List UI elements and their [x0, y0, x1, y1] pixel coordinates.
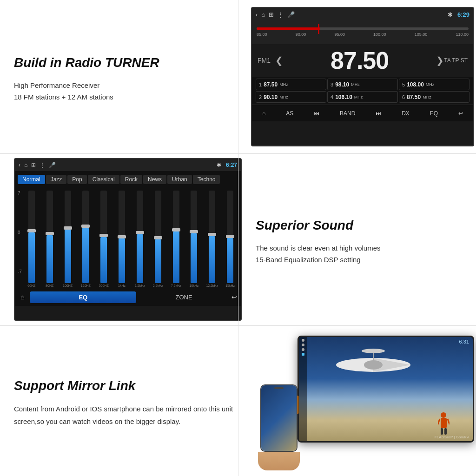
mirror-title: Support Mirror Link: [14, 378, 237, 393]
eq-mode-urban[interactable]: Urban: [167, 175, 192, 184]
svg-rect-8: [444, 428, 447, 435]
radio-feature-2: 18 FM stations + 12 AM stations: [14, 93, 113, 101]
svg-line-10: [448, 419, 450, 424]
eq-bluetooth-icon: ✱: [217, 162, 221, 168]
preset-5[interactable]: 5 108.00 MHz: [399, 79, 469, 90]
preset-1-unit: MHz: [279, 82, 288, 87]
eq-band-120hz[interactable]: 120HZ: [78, 191, 93, 287]
radio-bottom-bar: ⌂ AS ⏮ BAND ⏭ DX EQ ↩: [252, 105, 473, 121]
radio-next-track-btn[interactable]: ⏭: [372, 108, 385, 119]
preset-2[interactable]: 2 90.10 MHz: [256, 91, 326, 103]
eq-back-nav-icon[interactable]: ‹: [19, 162, 20, 168]
eq-band-15khz[interactable]: 15kHz: [222, 191, 238, 287]
radio-home-btn[interactable]: ⌂: [258, 108, 269, 119]
radio-nav-icons: ‹ ⌂ ⊞ ⋮ 🎤: [256, 11, 443, 18]
eq-back-button[interactable]: ↩: [231, 293, 237, 301]
sidebar-dot-1: [302, 339, 304, 342]
home-icon[interactable]: ⌂: [261, 11, 265, 18]
radio-band-btn[interactable]: BAND: [336, 108, 359, 119]
eq-modes: Normal Jazz Pop Classical Rock News Urba…: [15, 171, 241, 188]
svg-point-5: [441, 412, 446, 418]
hand-shape: [258, 452, 300, 470]
sound-features: The sound is clear even at high volumes …: [256, 242, 474, 266]
radio-back-btn[interactable]: ↩: [455, 108, 467, 119]
radio-eq-btn[interactable]: EQ: [426, 108, 442, 119]
eq-eq-button[interactable]: EQ: [30, 291, 136, 303]
preset-5-freq: 108.00: [407, 81, 424, 88]
eq-band-1-5khz-label: 1.5kHz: [135, 284, 145, 287]
eq-apps-nav-icon[interactable]: ⊞: [31, 162, 36, 168]
radio-as-btn[interactable]: AS: [282, 108, 297, 119]
page-wrapper: Build in Radio TURNER High Performance R…: [0, 0, 476, 476]
back-icon[interactable]: ‹: [256, 11, 258, 18]
eq-band-12-5khz[interactable]: 12.5kHz: [204, 191, 220, 287]
sidebar-dot-2: [302, 344, 304, 346]
preset-6[interactable]: 6 87.50 MHz: [399, 91, 469, 103]
eq-mode-rock[interactable]: Rock: [120, 175, 142, 184]
preset-4[interactable]: 4 106.10 MHz: [327, 91, 398, 103]
eq-band-100hz-label: 100HZ: [63, 284, 73, 287]
eq-band-10khz-label: 10kHz: [190, 284, 199, 287]
sound-feature-2: 15-Band Equalization DSP setting: [256, 256, 361, 264]
tuner-mark-2: 90.00: [296, 32, 306, 37]
eq-mic-nav-icon[interactable]: 🎤: [49, 162, 56, 168]
eq-zone-button[interactable]: ZONE: [140, 294, 228, 301]
eq-mode-techno[interactable]: Techno: [193, 175, 220, 184]
preset-3[interactable]: 3 98.10 MHz: [327, 79, 398, 90]
eq-mode-jazz[interactable]: Jazz: [46, 175, 67, 184]
mic-icon[interactable]: 🎤: [287, 11, 295, 18]
radio-prev-button[interactable]: ❮: [275, 55, 283, 66]
eq-band-500hz-label: 500HZ: [99, 284, 109, 287]
eq-mode-pop[interactable]: Pop: [67, 175, 86, 184]
eq-mode-normal[interactable]: Normal: [18, 175, 45, 184]
preset-2-num: 2: [259, 94, 262, 100]
vertical-divider-1: [238, 0, 238, 476]
eq-band-80hz[interactable]: 80HZ: [42, 191, 58, 287]
eq-level-neg7: -7: [18, 269, 22, 274]
eq-screen-section: ‹ ⌂ ⊞ ⋮ 🎤 ✱ 6:27 Normal Jazz Pop Classic…: [0, 153, 246, 325]
eq-level-7: 7: [18, 191, 22, 196]
tuner-mark-3: 95.00: [334, 32, 345, 37]
radio-prev-track-btn[interactable]: ⏮: [310, 108, 323, 119]
radio-fm-label: FM1: [258, 57, 271, 64]
radio-next-button[interactable]: ❯: [436, 55, 444, 66]
preset-1-freq: 87.50: [264, 81, 278, 88]
sound-feature-1: The sound is clear even at high volumes: [256, 244, 380, 252]
radio-dx-btn[interactable]: DX: [398, 108, 413, 119]
preset-3-num: 3: [331, 82, 333, 87]
preset-4-unit: MHz: [354, 95, 363, 99]
mirror-container: 6:31: [251, 331, 474, 470]
radio-title: Build in Radio TURNER: [14, 55, 237, 70]
eq-band-1-5khz[interactable]: 1.5kHz: [132, 191, 148, 287]
eq-band-7-5khz[interactable]: 7.5kHz: [168, 191, 184, 287]
tuner-mark-4: 100.00: [373, 32, 386, 37]
eq-more-nav-icon[interactable]: ⋮: [40, 162, 45, 168]
eq-time: 6:27: [226, 162, 237, 168]
sidebar-dot-3: [302, 348, 304, 351]
eq-mode-news[interactable]: News: [143, 175, 166, 184]
eq-screen: ‹ ⌂ ⊞ ⋮ 🎤 ✱ 6:27 Normal Jazz Pop Classic…: [14, 158, 242, 321]
preset-1[interactable]: 1 87.50 MHz: [256, 79, 326, 90]
svg-rect-7: [441, 428, 443, 435]
tuner-mark-1: 85.00: [257, 32, 267, 37]
apps-icon[interactable]: ⊞: [269, 11, 274, 18]
phone-body: [260, 384, 298, 452]
eq-home-nav-icon[interactable]: ⌂: [24, 162, 27, 168]
phone-container: [251, 384, 307, 470]
eq-band-100hz[interactable]: 100HZ: [60, 191, 76, 287]
preset-5-num: 5: [402, 82, 405, 87]
radio-screen-section: ‹ ⌂ ⊞ ⋮ 🎤 ✱ 6:29: [246, 0, 476, 153]
eq-band-60hz[interactable]: 60HZ: [24, 191, 40, 287]
preset-2-freq: 90.10: [264, 94, 278, 100]
mirror-description: Content from Android or IOS smartphone c…: [14, 403, 237, 428]
person-figure: [438, 411, 450, 436]
radio-tuner-bar[interactable]: 85.00 90.00 95.00 100.00 105.00 110.00: [252, 21, 473, 44]
mirror-screen-section: 6:31: [246, 325, 476, 476]
eq-mode-classical[interactable]: Classical: [88, 175, 119, 184]
more-icon[interactable]: ⋮: [278, 11, 284, 18]
eq-band-1khz[interactable]: 1kHz: [114, 191, 130, 287]
eq-band-2-5khz[interactable]: 2.5kHz: [150, 191, 166, 287]
eq-band-10khz[interactable]: 10kHz: [186, 191, 202, 287]
eq-home-button[interactable]: ⌂: [19, 291, 26, 303]
eq-band-500hz[interactable]: 500HZ: [96, 191, 112, 287]
